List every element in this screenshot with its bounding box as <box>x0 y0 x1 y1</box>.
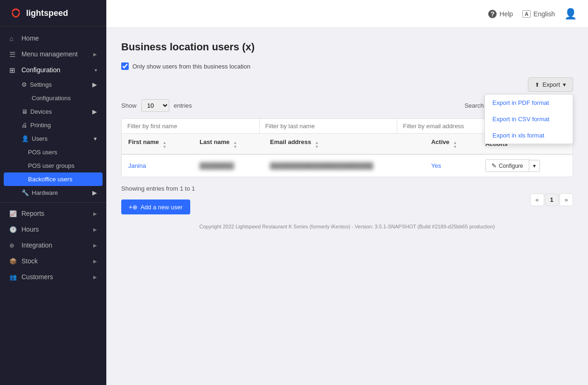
sidebar-sub-pos-users[interactable]: POS users <box>0 145 106 159</box>
menu-icon <box>9 50 17 58</box>
checkbox-label: Only show users from this business locat… <box>132 63 250 70</box>
sidebar-item-stock-label: Stock <box>21 257 38 265</box>
device-icon <box>21 108 28 115</box>
configure-dropdown-button[interactable]: ▾ <box>529 160 540 172</box>
sidebar-item-home-label: Home <box>21 34 39 42</box>
user-email: ████████████████████████ <box>270 162 373 169</box>
chevron-right-icon5: ▶ <box>93 227 97 232</box>
sidebar-item-reports[interactable]: Reports ▶ <box>0 206 106 221</box>
sidebar: lightspeed Home Menu management ▶ Config… <box>0 0 106 385</box>
sidebar-item-home[interactable]: Home <box>0 30 106 46</box>
sidebar-item-hours[interactable]: Hours ▶ <box>0 221 106 237</box>
sidebar-sub-backoffice-users[interactable]: Backoffice users <box>4 172 103 186</box>
action-button-group: Configure ▾ <box>485 159 566 172</box>
add-user-button[interactable]: ⊕ Add a new user <box>121 199 190 214</box>
page-title: Business location users (x) <box>121 41 573 53</box>
sidebar-sub-devices-label: Devices <box>30 108 52 115</box>
checkbox-row: Only show users from this business locat… <box>121 62 573 70</box>
chevron-right-icon8: ▶ <box>93 275 97 280</box>
export-xls-item[interactable]: Export in xls format <box>485 127 573 144</box>
col-last-name[interactable]: Last name ▲▼ <box>193 134 263 154</box>
settings-icon <box>21 81 27 88</box>
sidebar-sub-devices[interactable]: Devices ▶ <box>0 105 106 118</box>
sidebar-sub-settings[interactable]: Settings ▶ <box>0 78 106 91</box>
export-button[interactable]: Export ▾ <box>528 77 573 92</box>
sidebar-sub-settings-label: Settings <box>30 81 52 88</box>
entries-label: entries <box>174 102 192 109</box>
help-icon <box>488 10 497 18</box>
col-email[interactable]: Email address ▲▼ <box>263 134 425 154</box>
col-first-name[interactable]: First name ▲▼ <box>122 134 193 154</box>
sidebar-sub-printing-label: Printing <box>30 122 51 129</box>
configure-button[interactable]: Configure <box>485 159 529 172</box>
user-active-link[interactable]: Yes <box>431 162 441 169</box>
sidebar-sub-printing[interactable]: Printing <box>0 118 106 132</box>
sidebar-sub-backoffice-label: Backoffice users <box>28 176 72 183</box>
sort-arrows-email: ▲▼ <box>315 141 319 149</box>
add-user-label: Add a new user <box>140 204 182 211</box>
sidebar-sub-pos-users-label: POS users <box>28 149 57 156</box>
pagination: « 1 » <box>530 193 573 206</box>
sidebar-item-menu-label: Menu management <box>21 50 78 58</box>
show-entries-select[interactable]: 10 25 50 100 <box>141 99 169 112</box>
sidebar-item-customers[interactable]: Customers ▶ <box>0 269 106 285</box>
edit-icon <box>491 162 497 169</box>
sidebar-sub-configurations[interactable]: Configurations <box>0 91 106 105</box>
show-business-location-checkbox[interactable] <box>121 62 129 70</box>
chevron-right-icon7: ▶ <box>93 259 97 264</box>
pagination-page-1-button[interactable]: 1 <box>545 193 559 206</box>
sort-arrows-last-name: ▲▼ <box>233 141 237 149</box>
filter-last-name-input[interactable] <box>260 119 398 133</box>
search-label: Search: <box>464 102 485 109</box>
main-content: Help A English 👤 Business location users… <box>106 0 588 385</box>
sort-arrows-active: ▲▼ <box>453 141 457 149</box>
help-label: Help <box>499 10 513 18</box>
reports-icon <box>9 210 17 217</box>
user-menu-button[interactable]: 👤 <box>564 8 577 20</box>
sidebar-sub-users[interactable]: Users ▾ <box>0 132 106 145</box>
table-footer: Showing entries from 1 to 1 ⊕ Add a new … <box>121 185 573 214</box>
sidebar-item-configuration[interactable]: Configuration ▾ <box>0 62 106 78</box>
nav-separator <box>0 202 106 203</box>
table-row: Janina ████████ ████████████████████████… <box>122 154 573 177</box>
export-dropdown: Export in PDF format Export in CSV forma… <box>484 94 573 144</box>
col-active[interactable]: Active ▲▼ <box>425 134 479 154</box>
language-selector[interactable]: A English <box>522 10 555 18</box>
sidebar-item-integration[interactable]: Integration ▶ <box>0 237 106 253</box>
sidebar-item-hours-label: Hours <box>21 226 39 233</box>
sidebar-sub-pos-groups[interactable]: POS user groups <box>0 159 106 172</box>
cell-first-name: Janina <box>122 154 193 177</box>
help-button[interactable]: Help <box>488 10 513 18</box>
stock-icon <box>9 257 17 265</box>
hardware-icon <box>21 189 29 196</box>
export-csv-item[interactable]: Export in CSV format <box>485 111 573 127</box>
chevron-down-icon2: ▾ <box>94 135 97 142</box>
integration-icon <box>9 241 17 249</box>
sidebar-sub-configurations-label: Configurations <box>32 95 71 102</box>
pagination-next-button[interactable]: » <box>560 193 573 206</box>
topbar: Help A English 👤 <box>106 0 588 28</box>
hours-icon <box>9 226 17 233</box>
sidebar-item-stock[interactable]: Stock ▶ <box>0 253 106 269</box>
cell-email: ████████████████████████ <box>263 154 425 177</box>
print-icon <box>21 122 28 129</box>
filter-first-name-input[interactable] <box>122 119 260 133</box>
sidebar-item-menu-management[interactable]: Menu management ▶ <box>0 46 106 62</box>
home-icon <box>9 34 17 42</box>
chevron-right-icon3: ▶ <box>92 189 97 196</box>
sidebar-sub-hardware[interactable]: Hardware ▶ <box>0 186 106 199</box>
sidebar-item-reports-label: Reports <box>21 210 44 217</box>
sort-arrows-first-name: ▲▼ <box>162 141 166 149</box>
pagination-prev-button[interactable]: « <box>530 193 544 206</box>
content-area: Business location users (x) Only show us… <box>106 28 588 385</box>
export-wrapper: Export ▾ Export in PDF format Export in … <box>528 77 573 92</box>
chevron-right-icon4: ▶ <box>93 211 97 216</box>
language-label: English <box>533 10 555 18</box>
sidebar-sub-users-label: Users <box>32 135 48 142</box>
plus-icon: ⊕ <box>129 203 138 211</box>
user-first-name-link[interactable]: Janina <box>128 162 146 169</box>
toolbar-row: Export ▾ Export in PDF format Export in … <box>121 77 573 92</box>
chevron-down-icon: ▾ <box>95 68 97 73</box>
export-pdf-item[interactable]: Export in PDF format <box>485 95 573 111</box>
export-dropdown-arrow: ▾ <box>563 81 566 88</box>
